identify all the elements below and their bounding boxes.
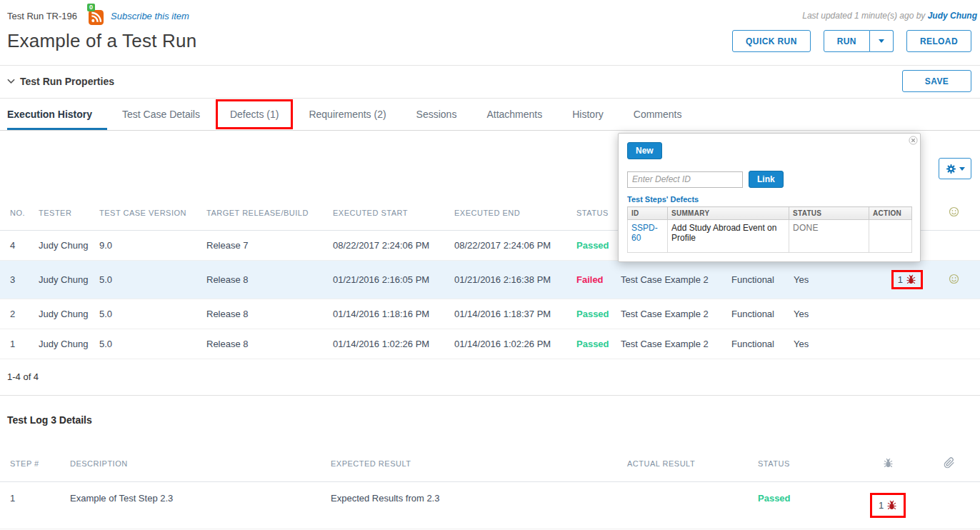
cell-defects bbox=[851, 299, 927, 329]
defect-id-link[interactable]: SSPD-60 bbox=[631, 223, 658, 243]
gear-icon bbox=[946, 164, 956, 174]
new-defect-button[interactable]: New bbox=[627, 142, 662, 159]
test-step-row[interactable]: 1 Example of Test Step 2.3 Expected Resu… bbox=[0, 482, 980, 529]
close-icon[interactable] bbox=[909, 136, 918, 145]
popup-header-row: ID SUMMARY STATUS ACTION bbox=[628, 207, 912, 220]
cell-no: 3 bbox=[0, 261, 34, 299]
cell-start: 01/14/2016 1:02:26 PM bbox=[329, 329, 450, 359]
tab-requirements[interactable]: Requirements (2) bbox=[294, 99, 401, 130]
tab-test-case-details[interactable]: Test Case Details bbox=[107, 99, 215, 130]
col-header-status: STATUS bbox=[754, 447, 857, 482]
execution-row[interactable]: 1 Judy Chung 5.0 Release 8 01/14/2016 1:… bbox=[0, 329, 980, 359]
cell-status: Passed bbox=[754, 482, 857, 529]
reload-button[interactable]: RELOAD bbox=[906, 30, 971, 52]
cell-tester: Judy Chung bbox=[34, 261, 95, 299]
execution-row-selected[interactable]: 3 Judy Chung 5.0 Release 8 01/21/2016 2:… bbox=[0, 261, 980, 299]
col-header-no: NO. bbox=[0, 196, 34, 231]
col-header-comment bbox=[927, 196, 980, 231]
defect-action bbox=[869, 220, 912, 253]
cell-defects: 1 bbox=[851, 261, 927, 299]
subscribe-link[interactable]: Subscribe this item bbox=[111, 11, 189, 21]
cell-status: Passed bbox=[572, 299, 616, 329]
col-header-start: EXECUTED START bbox=[329, 196, 450, 231]
col-header-version: TEST CASE VERSION bbox=[95, 196, 202, 231]
defect-count-badge[interactable]: 1 bbox=[870, 493, 906, 518]
item-label: Test Run TR-196 bbox=[7, 11, 77, 21]
cell-defects bbox=[851, 329, 927, 359]
defect-row: SSPD-60 Add Study Abroad Event on Profil… bbox=[628, 220, 912, 253]
pagination-label: 1-4 of 4 bbox=[0, 359, 980, 396]
defect-summary: Add Study Abroad Event on Profile bbox=[668, 220, 789, 253]
execution-row[interactable]: 2 Judy Chung 5.0 Release 8 01/14/2016 1:… bbox=[0, 299, 980, 329]
run-dropdown-button[interactable] bbox=[870, 30, 894, 52]
cell-no: 1 bbox=[0, 329, 34, 359]
cell-comment[interactable] bbox=[927, 261, 980, 299]
test-log-header-row: STEP # DESCRIPTION EXPECTED RESULT ACTUA… bbox=[0, 447, 980, 482]
cell-type: Functional bbox=[727, 299, 789, 329]
tab-attachments[interactable]: Attachments bbox=[471, 99, 557, 130]
tab-comments[interactable]: Comments bbox=[619, 99, 697, 130]
page-title: Example of a Test Run bbox=[7, 30, 196, 52]
cell-description: Example of Test Step 2.3 bbox=[66, 482, 326, 529]
col-header-attachments bbox=[919, 447, 980, 482]
cell-flag: Yes bbox=[789, 261, 851, 299]
defect-count-badge[interactable]: 1 bbox=[891, 270, 923, 289]
cell-status: Failed bbox=[572, 261, 616, 299]
last-updated-note: Last updated 1 minute(s) ago by Judy Chu… bbox=[802, 11, 977, 21]
rss-icon bbox=[89, 10, 104, 25]
cell-end: 01/21/2016 2:16:38 PM bbox=[450, 261, 572, 299]
col-header-end: EXECUTED END bbox=[450, 196, 572, 231]
smiley-icon bbox=[949, 206, 959, 217]
cell-end: 01/14/2016 1:02:26 PM bbox=[450, 329, 572, 359]
cell-test-case: Test Case Example 2 bbox=[616, 261, 727, 299]
cell-status: Passed bbox=[572, 329, 616, 359]
quick-run-button[interactable]: QUICK RUN bbox=[732, 30, 811, 52]
cell-start: 01/14/2016 1:18:16 PM bbox=[329, 299, 450, 329]
col-header-actual: ACTUAL RESULT bbox=[623, 447, 754, 482]
test-log-table: STEP # DESCRIPTION EXPECTED RESULT ACTUA… bbox=[0, 447, 980, 530]
run-button[interactable]: RUN bbox=[824, 30, 870, 52]
last-updated-user-link[interactable]: Judy Chung bbox=[928, 11, 977, 21]
cell-attachments bbox=[919, 482, 980, 529]
col-header-action: ACTION bbox=[869, 207, 912, 220]
cell-start: 01/21/2016 2:16:05 PM bbox=[329, 261, 450, 299]
cell-flag: Yes bbox=[789, 329, 851, 359]
col-header-defects bbox=[857, 447, 919, 482]
tab-execution-history[interactable]: Execution History bbox=[7, 99, 107, 130]
cell-release: Release 8 bbox=[202, 261, 329, 299]
link-defect-button[interactable]: Link bbox=[749, 171, 784, 188]
collapse-chevron-icon[interactable] bbox=[7, 79, 15, 84]
cell-comment bbox=[927, 231, 980, 261]
paperclip-icon bbox=[944, 457, 955, 469]
col-header-step: STEP # bbox=[0, 447, 66, 482]
cell-actual bbox=[623, 482, 754, 529]
cell-step: 1 bbox=[0, 482, 66, 529]
last-updated-text: Last updated 1 minute(s) ago by bbox=[802, 11, 925, 21]
popup-section-title: Test Steps' Defects bbox=[627, 195, 911, 204]
chevron-down-icon bbox=[959, 167, 965, 171]
save-button[interactable]: SAVE bbox=[902, 70, 971, 92]
defect-id-input[interactable] bbox=[627, 171, 743, 188]
col-header-release: TARGET RELEASE/BUILD bbox=[202, 196, 329, 231]
tab-sessions[interactable]: Sessions bbox=[401, 99, 472, 130]
cell-tester: Judy Chung bbox=[34, 231, 95, 261]
bug-icon bbox=[883, 458, 894, 469]
smiley-icon bbox=[949, 274, 959, 284]
tab-defects[interactable]: Defects (1) bbox=[215, 99, 294, 130]
cell-release: Release 8 bbox=[202, 329, 329, 359]
cell-comment bbox=[927, 329, 980, 359]
col-header-id: ID bbox=[628, 207, 668, 220]
tab-history[interactable]: History bbox=[557, 99, 619, 130]
defect-count: 1 bbox=[879, 500, 884, 511]
cell-end: 01/14/2016 1:18:37 PM bbox=[450, 299, 572, 329]
rss-subscribe-icon[interactable]: 0 bbox=[89, 10, 104, 25]
topbar: Test Run TR-196 0 Subscribe this item La… bbox=[0, 0, 980, 26]
col-header-expected: EXPECTED RESULT bbox=[326, 447, 623, 482]
cell-version: 9.0 bbox=[95, 231, 202, 261]
bug-icon bbox=[906, 274, 916, 285]
linked-defects-table: ID SUMMARY STATUS ACTION SSPD-60 Add Stu… bbox=[627, 206, 912, 253]
cell-version: 5.0 bbox=[95, 261, 202, 299]
properties-title: Test Run Properties bbox=[20, 76, 114, 87]
grid-settings-button[interactable] bbox=[939, 158, 971, 179]
cell-type: Functional bbox=[727, 261, 789, 299]
